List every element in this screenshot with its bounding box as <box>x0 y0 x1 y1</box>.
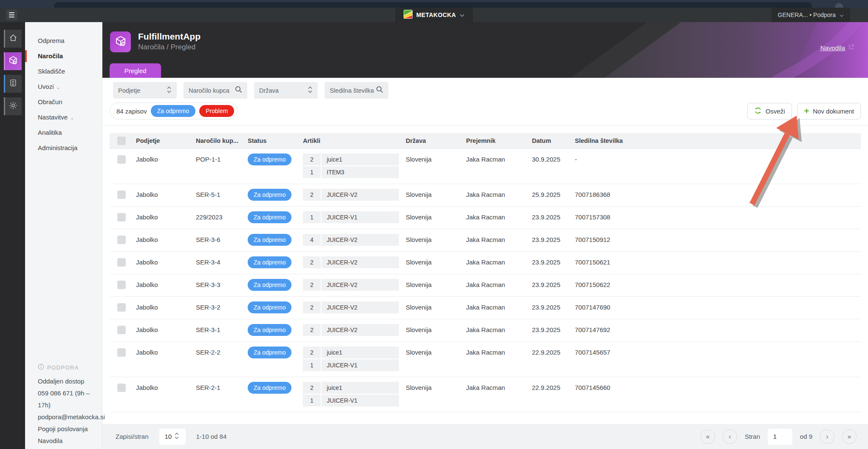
sidebar-item-administracija[interactable]: Administracija <box>25 140 102 156</box>
table-row[interactable]: JabolkoSER-2-1Za odpremo2juice11JUICER-V… <box>110 377 861 412</box>
plus-icon: + <box>804 107 809 115</box>
table-row[interactable]: JabolkoSER-3-3Za odpremo2JUICER-V2Sloven… <box>110 274 861 297</box>
per-page-select[interactable]: 10 <box>159 429 186 445</box>
filter-sledilna-tevilka[interactable]: Sledilna številka <box>325 82 388 99</box>
article-qty: 2 <box>303 256 321 268</box>
table-row[interactable]: JabolkoSER-3-6Za odpremo4JUICER-V2Sloven… <box>110 229 861 252</box>
cell-status: Za odpremo <box>243 189 299 202</box>
new-document-button[interactable]: + Nov dokument <box>797 103 861 119</box>
rail-tasks-button[interactable] <box>4 75 22 93</box>
status-badge: Za odpremo <box>248 347 291 358</box>
filter-dr-ava[interactable]: Država <box>254 82 318 99</box>
refresh-button[interactable]: Osveži <box>747 103 792 119</box>
sidebar-item-label: Naročila <box>38 52 63 60</box>
column-header-3: Status <box>243 137 299 144</box>
rail-settings-button[interactable] <box>4 97 22 115</box>
table-row[interactable]: JabolkoSER-3-2Za odpremo2JUICER-V2Sloven… <box>110 297 861 319</box>
cell-country: Slovenija <box>401 301 462 314</box>
gear-icon <box>8 101 18 112</box>
rail-home-button[interactable] <box>4 30 22 48</box>
cell-items: 1JUICER-V1 <box>299 211 401 224</box>
row-checkbox[interactable] <box>117 213 126 222</box>
filter-placeholder: Sledilna številka <box>330 87 376 94</box>
article-line: 4JUICER-V2 <box>303 234 401 246</box>
filter-podjetje[interactable]: Podjetje <box>113 82 177 99</box>
sidebar-item-uvozi[interactable]: Uvozi⌄ <box>25 79 102 94</box>
docs-link-label: Navodila <box>820 44 845 51</box>
cell-date: 23.9.2025 <box>528 234 571 247</box>
row-checkbox[interactable] <box>117 303 126 312</box>
cell-status: Za odpremo <box>243 211 299 224</box>
support-link[interactable]: Navodila <box>38 435 102 447</box>
row-checkbox-cell <box>110 189 132 202</box>
support-link[interactable]: podpora@metakocka.si <box>38 411 102 423</box>
table-header-row: PodjetjeNaročilo kup...StatusArtikliDrža… <box>110 133 861 149</box>
support-section: PODPORA Oddaljen dostop059 086 671 (9h –… <box>25 364 102 447</box>
filter-naro-ilo-kupca[interactable]: Naročilo kupca <box>184 82 247 99</box>
article-line: 2juice1 <box>303 382 401 394</box>
page-number-input[interactable] <box>768 429 792 445</box>
row-checkbox[interactable] <box>117 155 126 164</box>
table-row[interactable]: JabolkoSER-3-4Za odpremo2JUICER-V2Sloven… <box>110 252 861 274</box>
hamburger-menu-icon[interactable] <box>6 9 17 20</box>
account-menu[interactable]: GENERA... • Podpora <box>772 8 850 22</box>
row-checkbox-cell <box>110 256 132 269</box>
filter-pill-za-odpremo[interactable]: Za odpremo <box>151 105 195 117</box>
sidebar-item-nastavitve[interactable]: Nastavitve⌄ <box>25 110 102 125</box>
sidebar-item-obra-un[interactable]: Obračun <box>25 94 102 110</box>
sidebar-item-label: Administracija <box>38 144 77 151</box>
row-checkbox-cell <box>110 153 132 179</box>
stepper-icon <box>175 432 182 440</box>
row-checkbox[interactable] <box>117 348 126 357</box>
docs-link[interactable]: Navodila <box>820 44 854 51</box>
brand-selector[interactable]: METAKOCKA <box>395 8 473 22</box>
table-row[interactable]: JabolkoSER-3-1Za odpremo2JUICER-V2Sloven… <box>110 319 861 342</box>
last-page-button[interactable]: » <box>842 429 857 444</box>
main-layout: OdpremaNaročilaSkladiščeUvozi⌄ObračunNas… <box>0 22 868 449</box>
next-page-button[interactable]: › <box>820 429 834 444</box>
table-row[interactable]: JabolkoPOP-1-1Za odpremo2juice11ITEM3Slo… <box>110 149 861 184</box>
search-icon <box>376 86 383 95</box>
sidebar-item-analitika[interactable]: Analitika <box>25 125 102 140</box>
cell-company: Jabolko <box>132 324 192 337</box>
row-checkbox[interactable] <box>117 384 126 392</box>
article-name: JUICER-V1 <box>322 395 399 406</box>
table-row[interactable]: Jabolko229/2023Za odpremo1JUICER-V1Slove… <box>110 207 861 229</box>
cell-order: 229/2023 <box>192 211 243 224</box>
cell-country: Slovenija <box>401 256 462 269</box>
row-checkbox[interactable] <box>117 190 126 199</box>
table-row[interactable]: JabolkoSER-2-2Za odpremo2juice11JUICER-V… <box>110 342 861 377</box>
support-link[interactable]: Pogoji poslovanja <box>38 423 102 435</box>
new-document-label: Nov dokument <box>813 108 854 115</box>
cell-company: Jabolko <box>132 189 192 202</box>
row-checkbox[interactable] <box>117 281 126 289</box>
row-checkbox[interactable] <box>117 326 126 334</box>
rail-fulfillment-button[interactable] <box>4 52 22 70</box>
row-checkbox[interactable] <box>117 258 126 267</box>
sidebar-item-odprema[interactable]: Odprema <box>25 33 102 48</box>
external-link-icon <box>848 44 854 51</box>
cell-recipient: Jaka Racman <box>462 382 528 407</box>
article-name: juice1 <box>322 347 399 358</box>
article-line: 2JUICER-V2 <box>303 189 401 201</box>
table-row[interactable]: JabolkoSER-5-1Za odpremo2JUICER-V2Sloven… <box>110 184 861 207</box>
summary-row: 84 zapisov Za odpremoProblem Osveži + No… <box>110 102 861 119</box>
first-page-button[interactable]: « <box>701 429 715 444</box>
article-name: JUICER-V2 <box>322 189 399 201</box>
status-badge: Za odpremo <box>248 324 291 336</box>
account-label: GENERA... • Podpora <box>778 11 836 18</box>
icon-rail <box>0 22 25 449</box>
filter-pill-problem[interactable]: Problem <box>199 105 234 117</box>
prev-page-button[interactable]: ‹ <box>723 429 737 444</box>
sidebar-item-skladi-e[interactable]: Skladišče <box>25 64 102 79</box>
stepper-icon <box>167 86 172 95</box>
sidebar-item-naro-ila[interactable]: Naročila <box>25 48 102 64</box>
row-checkbox[interactable] <box>117 236 126 244</box>
support-link[interactable]: 059 086 671 (9h – 17h) <box>38 387 102 411</box>
refresh-icon <box>754 107 762 116</box>
cell-company: Jabolko <box>132 382 192 407</box>
support-link[interactable]: Oddaljen dostop <box>38 375 102 387</box>
tab-pregled[interactable]: Pregled <box>110 63 161 78</box>
select-all-checkbox[interactable] <box>117 136 126 145</box>
sidebar-item-label: Analitika <box>38 129 62 136</box>
